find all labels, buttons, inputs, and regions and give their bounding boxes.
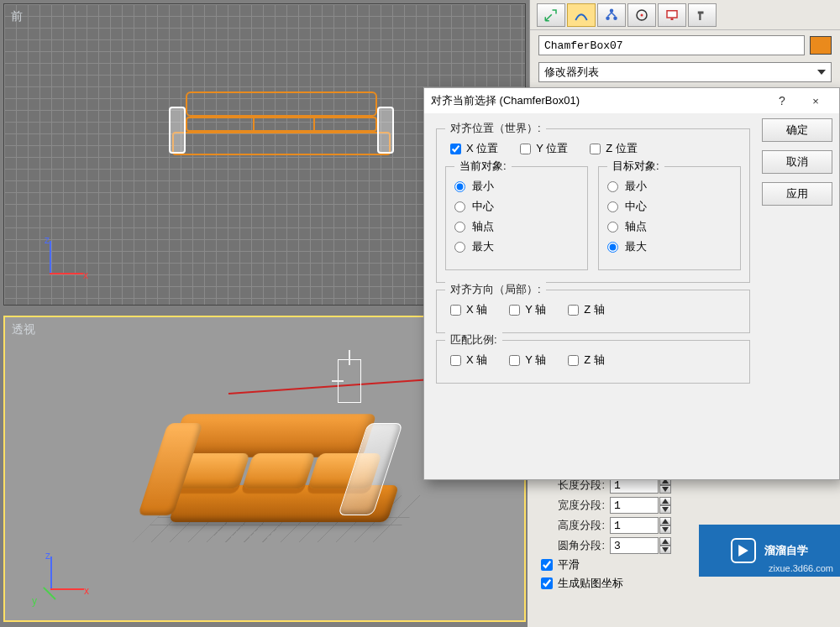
modifier-list-combo[interactable]: 修改器列表 xyxy=(538,62,832,82)
genuv-label: 生成贴图坐标 xyxy=(558,576,623,591)
smooth-label: 平滑 xyxy=(558,557,580,572)
ok-button[interactable]: 确定 xyxy=(762,118,832,142)
target-legend: 目标对象: xyxy=(607,159,664,174)
group-orient-legend: 对齐方向（局部）: xyxy=(445,282,546,297)
height-seg-spinner[interactable] xyxy=(610,517,671,534)
current-max[interactable]: 最大 xyxy=(454,239,579,254)
cancel-button[interactable]: 取消 xyxy=(762,150,832,174)
watermark-text: 溜溜自学 xyxy=(764,543,808,558)
orient-y[interactable]: Y 轴 xyxy=(509,302,546,317)
current-min[interactable]: 最小 xyxy=(454,179,579,194)
width-seg-input[interactable] xyxy=(610,497,659,514)
viewport-label-persp: 透视 xyxy=(12,322,35,337)
tab-modify[interactable] xyxy=(567,3,596,27)
orient-z[interactable]: Z 轴 xyxy=(568,302,605,317)
arrow-icon xyxy=(543,8,559,23)
tab-utilities[interactable] xyxy=(688,3,717,27)
dialog-help-button[interactable]: ? xyxy=(765,89,799,112)
modifier-list-label: 修改器列表 xyxy=(544,65,599,80)
target-max[interactable]: 最大 xyxy=(607,239,732,254)
chevron-down-icon xyxy=(817,70,826,75)
axis-gizmo-front: z x xyxy=(26,236,76,286)
svg-point-1 xyxy=(606,16,610,20)
orient-x[interactable]: X 轴 xyxy=(450,302,487,317)
zpos-check[interactable]: Z 位置 xyxy=(590,141,638,156)
fillet-seg-spinner[interactable] xyxy=(610,537,671,554)
target-pivot[interactable]: 轴点 xyxy=(607,219,732,234)
command-panel-tabs xyxy=(530,0,840,30)
display-icon xyxy=(664,8,680,23)
motion-icon xyxy=(634,8,649,23)
current-pivot[interactable]: 轴点 xyxy=(454,219,579,234)
group-scale-legend: 匹配比例: xyxy=(445,332,502,347)
width-seg-label: 宽度分段: xyxy=(536,498,605,513)
spin-down-icon[interactable] xyxy=(659,525,671,534)
align-dialog: 对齐当前选择 (ChamferBox01) ? × 确定 取消 应用 对齐位置（… xyxy=(423,87,840,480)
tab-create[interactable] xyxy=(537,3,565,27)
width-seg-spinner[interactable] xyxy=(610,497,671,514)
play-icon xyxy=(731,538,756,563)
spin-up-icon[interactable] xyxy=(659,497,671,505)
tab-display[interactable] xyxy=(658,3,686,27)
fillet-seg-input[interactable] xyxy=(610,537,659,554)
xpos-check[interactable]: X 位置 xyxy=(450,141,498,156)
scale-x[interactable]: X 轴 xyxy=(450,353,487,368)
fillet-seg-label: 圆角分段: xyxy=(536,538,605,553)
watermark: 溜溜自学 zixue.3d66.com xyxy=(699,525,840,577)
svg-point-4 xyxy=(641,13,643,16)
spin-up-icon[interactable] xyxy=(659,517,671,525)
current-center[interactable]: 中心 xyxy=(454,199,579,214)
target-center[interactable]: 中心 xyxy=(607,199,732,214)
smooth-checkbox[interactable] xyxy=(541,559,553,571)
axis-gizmo-persp: z x y xyxy=(27,551,77,602)
svg-point-0 xyxy=(610,8,614,13)
hammer-icon xyxy=(695,8,710,23)
tab-motion[interactable] xyxy=(627,3,656,27)
sofa-3d xyxy=(156,376,425,561)
dialog-title: 对齐当前选择 (ChamferBox01) xyxy=(431,93,765,108)
scale-y[interactable]: Y 轴 xyxy=(509,353,546,368)
dialog-close-button[interactable]: × xyxy=(799,89,832,112)
watermark-sub: zixue.3d66.com xyxy=(769,563,833,573)
scale-z[interactable]: Z 轴 xyxy=(568,353,605,368)
object-color-swatch[interactable] xyxy=(810,36,832,55)
svg-point-2 xyxy=(613,16,617,20)
dialog-titlebar[interactable]: 对齐当前选择 (ChamferBox01) ? × xyxy=(424,88,839,113)
apply-button[interactable]: 应用 xyxy=(762,182,832,206)
hierarchy-icon xyxy=(604,8,619,23)
height-seg-label: 高度分段: xyxy=(536,518,605,533)
svg-rect-6 xyxy=(671,18,674,19)
spin-up-icon[interactable] xyxy=(659,537,671,546)
spin-down-icon[interactable] xyxy=(659,505,671,514)
height-seg-input[interactable] xyxy=(610,517,659,534)
genuv-checkbox[interactable] xyxy=(541,577,553,589)
arc-icon xyxy=(574,8,589,23)
viewport-label-front: 前 xyxy=(11,9,23,24)
close-icon: × xyxy=(812,95,819,107)
current-legend: 当前对象: xyxy=(454,159,512,174)
transform-gizmo[interactable] xyxy=(338,359,361,403)
group-position-legend: 对齐位置（世界）: xyxy=(445,121,546,136)
svg-rect-5 xyxy=(667,10,677,17)
sofa-wireframe xyxy=(172,91,391,157)
spin-down-icon[interactable] xyxy=(659,546,671,554)
target-min[interactable]: 最小 xyxy=(607,179,732,194)
tab-hierarchy[interactable] xyxy=(597,3,626,27)
spin-down-icon[interactable] xyxy=(659,485,671,494)
object-name-input[interactable] xyxy=(538,35,805,55)
ypos-check[interactable]: Y 位置 xyxy=(520,141,568,156)
